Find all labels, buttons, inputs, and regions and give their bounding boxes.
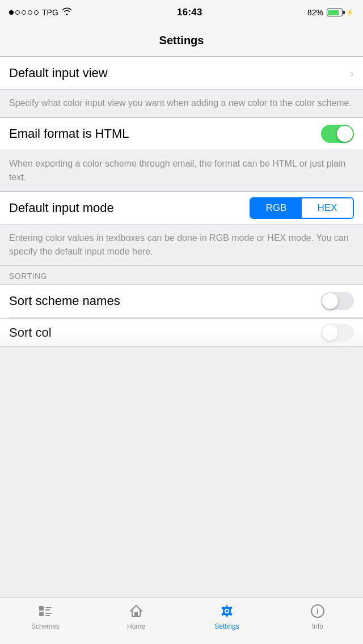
schemes-icon bbox=[36, 602, 54, 620]
tab-schemes-label: Schemes bbox=[31, 622, 60, 630]
status-right: 82% ⚡ bbox=[307, 8, 354, 17]
signal-dot-4 bbox=[28, 10, 32, 15]
tab-schemes[interactable]: Schemes bbox=[0, 602, 91, 630]
home-icon bbox=[127, 602, 145, 620]
status-bar: TPG 16:43 82% ⚡ bbox=[0, 0, 363, 25]
sort-toggle-knob bbox=[322, 293, 338, 309]
default-input-view-desc-section: Specify what color input view you want w… bbox=[0, 90, 363, 117]
sort-col-toggle[interactable] bbox=[321, 324, 354, 342]
svg-rect-1 bbox=[39, 612, 44, 616]
email-format-description: When exporting a color scheme through em… bbox=[9, 159, 345, 182]
tab-bar: Schemes Home Settings bbox=[0, 597, 363, 644]
page-title: Settings bbox=[159, 34, 204, 47]
chevron-right-icon: › bbox=[350, 67, 354, 80]
seg-hex-button[interactable]: HEX bbox=[302, 198, 353, 218]
battery-fill bbox=[328, 10, 339, 15]
seg-rgb-button[interactable]: RGB bbox=[251, 198, 302, 218]
tab-home-label: Home bbox=[127, 622, 145, 630]
sort-scheme-names-toggle[interactable] bbox=[321, 292, 354, 310]
svg-rect-0 bbox=[39, 606, 44, 611]
default-input-mode-label: Default input mode bbox=[9, 201, 114, 215]
carrier-label: TPG bbox=[42, 8, 58, 17]
toggle-knob bbox=[337, 126, 353, 142]
tab-settings[interactable]: Settings bbox=[182, 602, 272, 630]
status-time: 16:43 bbox=[177, 7, 202, 18]
default-input-view-row[interactable]: Default input view › bbox=[0, 57, 363, 89]
sort-scheme-names-row: Sort scheme names bbox=[0, 285, 363, 317]
svg-rect-6 bbox=[134, 612, 138, 616]
sort-names-section: Sort scheme names Sort col bbox=[0, 284, 363, 347]
default-input-mode-desc-section: Entering color values in textboxes can b… bbox=[0, 224, 363, 266]
default-input-view-description: Specify what color input view you want w… bbox=[9, 98, 352, 108]
email-format-section: Email format is HTML bbox=[0, 117, 363, 150]
svg-rect-3 bbox=[45, 609, 50, 611]
signal-dot-3 bbox=[22, 10, 26, 15]
battery-indicator bbox=[327, 9, 343, 16]
info-icon: i bbox=[309, 602, 327, 620]
battery-pct-label: 82% bbox=[307, 8, 323, 17]
svg-rect-2 bbox=[45, 607, 52, 608]
tab-info[interactable]: i Info bbox=[272, 602, 363, 630]
wifi-icon bbox=[62, 7, 72, 18]
tab-home[interactable]: Home bbox=[91, 602, 182, 630]
battery-body bbox=[327, 9, 343, 16]
email-format-desc-section: When exporting a color scheme through em… bbox=[0, 150, 363, 192]
svg-point-9 bbox=[226, 610, 229, 613]
email-format-row: Email format is HTML bbox=[0, 118, 363, 150]
status-left: TPG bbox=[9, 7, 72, 18]
default-input-mode-row: Default input mode RGB HEX bbox=[0, 192, 363, 224]
signal-dots bbox=[9, 10, 39, 15]
sort-col-toggle-knob bbox=[322, 325, 338, 341]
default-input-view-section: Default input view › bbox=[0, 57, 363, 90]
sort-col-label: Sort col bbox=[9, 325, 52, 340]
signal-dot-2 bbox=[15, 10, 20, 15]
default-input-mode-section: Default input mode RGB HEX bbox=[0, 192, 363, 224]
default-input-view-label: Default input view bbox=[9, 66, 108, 80]
nav-bar: Settings bbox=[0, 25, 363, 57]
gear-icon bbox=[218, 602, 236, 620]
input-mode-segmented-control[interactable]: RGB HEX bbox=[250, 197, 354, 219]
svg-rect-5 bbox=[45, 615, 50, 616]
tab-settings-label: Settings bbox=[214, 622, 239, 630]
sorting-section-header: SORTING bbox=[0, 266, 363, 284]
email-format-toggle[interactable] bbox=[321, 125, 354, 143]
email-format-label: Email format is HTML bbox=[9, 126, 129, 141]
sort-scheme-names-label: Sort scheme names bbox=[9, 294, 120, 308]
svg-rect-4 bbox=[45, 613, 52, 614]
signal-dot-5 bbox=[34, 10, 39, 15]
tab-info-label: Info bbox=[312, 622, 323, 630]
signal-dot-1 bbox=[9, 10, 14, 15]
sort-col-row: Sort col bbox=[0, 318, 363, 346]
charging-icon: ⚡ bbox=[346, 9, 354, 16]
default-input-mode-description: Entering color values in textboxes can b… bbox=[9, 233, 349, 256]
settings-content: Default input view › Specify what color … bbox=[0, 57, 363, 597]
svg-text:i: i bbox=[316, 607, 319, 616]
